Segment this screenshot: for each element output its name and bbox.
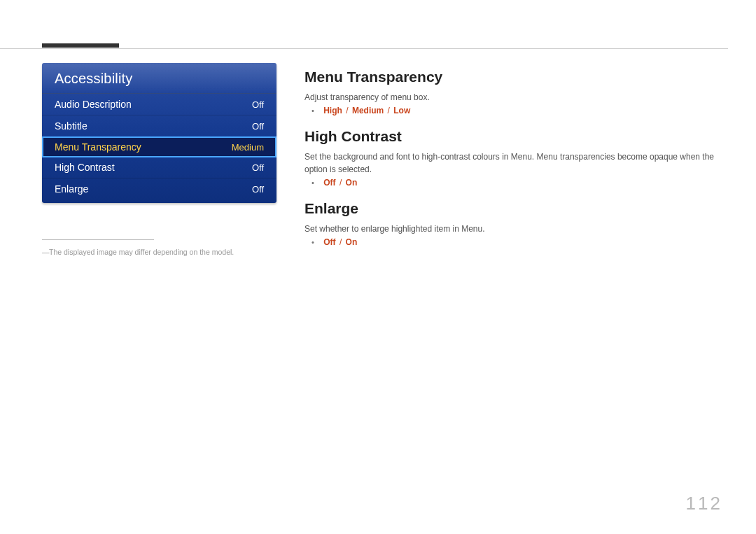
page-body: Accessibility Audio Description Off Subt… xyxy=(42,63,721,260)
menu-row-enlarge[interactable]: Enlarge Off xyxy=(42,178,276,203)
option-on: On xyxy=(346,237,358,247)
menu-row-menu-transparency[interactable]: Menu Transparency Medium xyxy=(42,136,276,157)
left-column: Accessibility Audio Description Off Subt… xyxy=(42,63,276,260)
menu-row-value: Off xyxy=(252,162,264,173)
menu-row-subtitle[interactable]: Subtitle Off xyxy=(42,115,276,137)
option-off: Off xyxy=(323,237,335,247)
section-options-enlarge: Off / On xyxy=(304,237,721,247)
option-high: High xyxy=(323,106,342,115)
menu-panel-title: Accessibility xyxy=(42,63,276,94)
menu-row-value: Off xyxy=(252,184,264,195)
right-column: Menu Transparency Adjust transparency of… xyxy=(304,63,721,260)
option-low: Low xyxy=(393,106,410,115)
section-desc-menu-transparency: Adjust transparency of menu box. xyxy=(304,91,721,104)
footnote-divider xyxy=(42,239,154,240)
menu-row-label: Enlarge xyxy=(55,183,88,195)
menu-row-label: Subtitle xyxy=(55,120,88,132)
option-separator: / xyxy=(340,237,342,247)
section-options-high-contrast: Off / On xyxy=(304,178,721,188)
menu-row-high-contrast[interactable]: High Contrast Off xyxy=(42,157,276,178)
option-separator: / xyxy=(340,178,342,188)
option-separator: / xyxy=(346,106,348,115)
option-medium: Medium xyxy=(352,106,384,115)
footnote-text: ―The displayed image may differ dependin… xyxy=(42,247,276,258)
accessibility-menu-panel: Accessibility Audio Description Off Subt… xyxy=(42,63,276,203)
page-number: 112 xyxy=(686,493,722,514)
option-off: Off xyxy=(323,178,335,188)
menu-row-label: High Contrast xyxy=(55,162,115,173)
section-heading-high-contrast: High Contrast xyxy=(304,128,721,145)
section-heading-menu-transparency: Menu Transparency xyxy=(304,69,721,85)
option-on: On xyxy=(346,178,358,188)
menu-row-value: Off xyxy=(252,121,264,132)
menu-row-label: Audio Description xyxy=(55,99,132,110)
section-desc-high-contrast: Set the background and font to high-cont… xyxy=(304,150,721,176)
option-separator: / xyxy=(388,106,390,115)
section-desc-enlarge: Set whether to enlarge highlighted item … xyxy=(304,223,721,235)
menu-row-value: Off xyxy=(252,99,264,110)
menu-row-label: Menu Transparency xyxy=(55,141,141,153)
chapter-tab-marker xyxy=(42,43,119,48)
menu-row-value: Medium xyxy=(232,142,264,153)
menu-row-audio-description[interactable]: Audio Description Off xyxy=(42,94,276,115)
chapter-divider xyxy=(0,45,728,49)
section-options-menu-transparency: High / Medium / Low xyxy=(304,106,721,115)
section-heading-enlarge: Enlarge xyxy=(304,200,721,217)
